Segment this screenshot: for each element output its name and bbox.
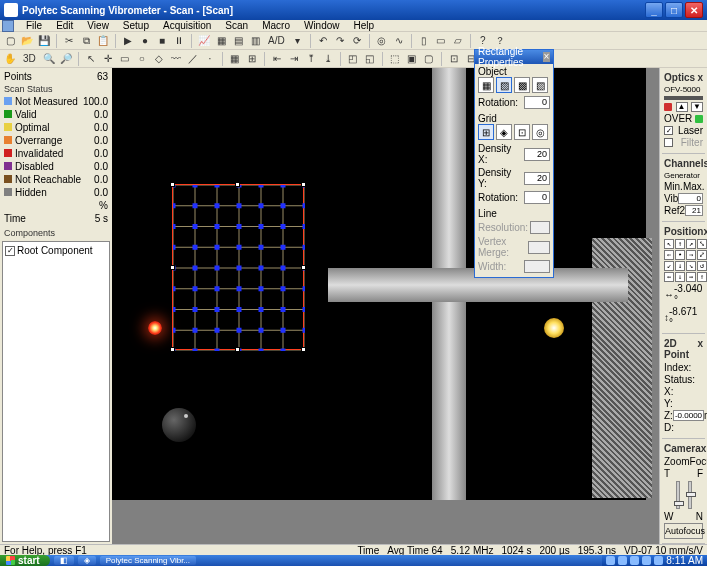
ref2-value[interactable]: 21 [685, 205, 703, 216]
arrow-sw[interactable]: ↙ [664, 261, 674, 271]
sel3-icon[interactable]: ▢ [421, 51, 437, 67]
zoom-in-icon[interactable]: 🔍 [41, 51, 57, 67]
plot-icon[interactable]: ∿ [391, 33, 407, 49]
tray-icon-5[interactable] [654, 556, 663, 565]
sel1-icon[interactable]: ⬚ [387, 51, 403, 67]
taskbar-app-polytec[interactable]: Polytec Scanning Vibr... [100, 556, 196, 565]
tray-icon-3[interactable] [630, 556, 639, 565]
filter-checkbox[interactable] [664, 138, 673, 147]
arrow-ne[interactable]: ↗ [686, 239, 696, 249]
clock[interactable]: 8:11 AM [666, 555, 703, 566]
freeform-icon[interactable]: 〰 [168, 51, 184, 67]
laser-checkbox[interactable]: ✓ [664, 126, 673, 135]
tray-icon-1[interactable] [606, 556, 615, 565]
arrow-home[interactable]: ↺ [697, 261, 707, 271]
handle-tr[interactable] [301, 182, 306, 187]
tray-icon-2[interactable] [618, 556, 627, 565]
cross-icon[interactable]: ✛ [100, 51, 116, 67]
down-icon[interactable]: ▼ [691, 102, 703, 112]
components-tree[interactable]: ✓ Root Component [2, 241, 110, 542]
arrow-nw[interactable]: ↖ [664, 239, 674, 249]
handle-ml[interactable] [170, 265, 175, 270]
measurement-grid[interactable] [172, 184, 304, 350]
obj-grid-4[interactable]: ▧ [532, 77, 548, 93]
z-value[interactable]: -0.0000 [673, 410, 704, 421]
grid1-icon[interactable]: ▦ [213, 33, 229, 49]
arrow-u2[interactable]: ⇑ [697, 272, 707, 282]
obj-grid-1[interactable]: ▦ [478, 77, 494, 93]
layer2-icon[interactable]: ◱ [362, 51, 378, 67]
menu-setup[interactable]: Setup [117, 18, 155, 33]
grid-type-1[interactable]: ⊞ [478, 124, 494, 140]
grid-type-2[interactable]: ◈ [496, 124, 512, 140]
grid-on-icon[interactable]: ▦ [227, 51, 243, 67]
system-tray[interactable]: 8:11 AM [602, 555, 707, 566]
handle-bl[interactable] [170, 347, 175, 352]
menu-acquisition[interactable]: Acquisition [157, 18, 217, 33]
taskbar-app1[interactable]: ◧ [54, 556, 74, 565]
taskbar-app2[interactable]: ◈ [78, 556, 96, 565]
copy-icon[interactable]: ⧉ [78, 33, 94, 49]
window2-icon[interactable]: ▭ [433, 33, 449, 49]
dropdown-icon[interactable]: ▾ [290, 33, 306, 49]
rect-icon[interactable]: ▭ [117, 51, 133, 67]
target-icon[interactable]: ◎ [374, 33, 390, 49]
menu-scan[interactable]: Scan [219, 18, 254, 33]
panel-close-icon-4[interactable]: x [697, 338, 703, 360]
handle-bm[interactable] [235, 347, 240, 352]
save-icon[interactable]: 💾 [36, 33, 52, 49]
arrow-r2[interactable]: ⇒ [686, 272, 696, 282]
rect-close-icon[interactable]: × [543, 52, 550, 62]
obj-grid-2[interactable]: ▨ [496, 77, 512, 93]
align1-icon[interactable]: ⇤ [269, 51, 285, 67]
redo-icon[interactable]: ↷ [332, 33, 348, 49]
arrow-l2[interactable]: ⇐ [664, 272, 674, 282]
arrow-d2[interactable]: ⇓ [675, 272, 685, 282]
align4-icon[interactable]: ⤓ [320, 51, 336, 67]
layer1-icon[interactable]: ◰ [345, 51, 361, 67]
record-icon[interactable]: ● [137, 33, 153, 49]
open-icon[interactable]: 📂 [19, 33, 35, 49]
point-icon[interactable]: · [202, 51, 218, 67]
arrow-center[interactable]: • [675, 250, 685, 260]
panel-close-icon-5[interactable]: x [701, 443, 707, 454]
new-icon[interactable]: ▢ [2, 33, 18, 49]
pointer-icon[interactable]: ↖ [83, 51, 99, 67]
handle-tm[interactable] [235, 182, 240, 187]
ad-label[interactable]: A/D [264, 35, 289, 46]
autofocus-button[interactable]: Autofocus [664, 523, 703, 539]
hand-icon[interactable]: ✋ [2, 51, 18, 67]
panel-close-icon-3[interactable]: x [703, 226, 707, 237]
close-button[interactable]: ✕ [685, 2, 703, 18]
zoom-out-icon[interactable]: 🔎 [58, 51, 74, 67]
arrow-e[interactable]: → [686, 250, 696, 260]
gridtool-icon[interactable]: ⊞ [244, 51, 260, 67]
grid-type-4[interactable]: ◎ [532, 124, 548, 140]
handle-mr[interactable] [301, 265, 306, 270]
maximize-button[interactable]: □ [665, 2, 683, 18]
grid-type-3[interactable]: ⊡ [514, 124, 530, 140]
window1-icon[interactable]: ▯ [416, 33, 432, 49]
arrow-n[interactable]: ↑ [675, 239, 685, 249]
grid-rotation-input[interactable]: 0 [524, 191, 550, 204]
obj-grid-3[interactable]: ▩ [514, 77, 530, 93]
cut-icon[interactable]: ✂ [61, 33, 77, 49]
opt1-icon[interactable]: ⊡ [446, 51, 462, 67]
menu-help[interactable]: Help [348, 18, 381, 33]
up-icon[interactable]: ▲ [676, 102, 688, 112]
rotation-input[interactable]: 0 [524, 96, 550, 109]
arrow-s[interactable]: ↓ [675, 261, 685, 271]
grid3-icon[interactable]: ▥ [247, 33, 263, 49]
polygon-icon[interactable]: ◇ [151, 51, 167, 67]
ellipse-icon[interactable]: ○ [134, 51, 150, 67]
handle-br[interactable] [301, 347, 306, 352]
zoom-slider[interactable] [676, 481, 680, 509]
arrow-w[interactable]: ← [664, 250, 674, 260]
density-x-input[interactable]: 20 [524, 148, 550, 161]
menu-view[interactable]: View [81, 18, 115, 33]
scope-icon[interactable]: 📈 [196, 33, 212, 49]
undo-icon[interactable]: ↶ [315, 33, 331, 49]
sel2-icon[interactable]: ▣ [404, 51, 420, 67]
refresh-icon[interactable]: ⟳ [349, 33, 365, 49]
child-window-icon[interactable] [2, 20, 14, 32]
